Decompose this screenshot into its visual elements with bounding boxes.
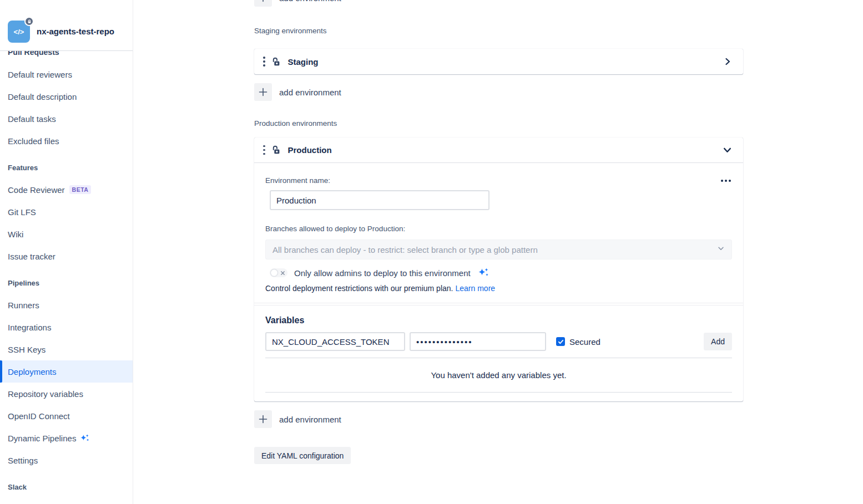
variable-name-input[interactable] (265, 332, 405, 351)
sidebar-item-git-lfs[interactable]: Git LFS (0, 201, 133, 223)
sidebar-item-default-reviewers[interactable]: Default reviewers (0, 63, 133, 85)
nav-group-pipelines: Pipelines Runners Integrations SSH Keys … (0, 272, 133, 471)
sidebar-item-deployments[interactable]: Deployments (0, 360, 133, 383)
production-environment-body: Environment name: Branches allowed to de… (254, 163, 743, 303)
add-environment-label: add environment (279, 88, 341, 97)
sparkles-icon (477, 267, 489, 278)
main-content: add environment Staging environments Sta… (133, 0, 863, 504)
branches-allowed-label: Branches allowed to deploy to Production… (265, 225, 732, 233)
production-environment-name: Production (288, 145, 332, 155)
admins-only-toggle-label: Only allow admins to deploy to this envi… (294, 268, 471, 278)
variables-section: Variables Secured Add You haven't added … (254, 306, 743, 401)
unlock-icon (271, 57, 281, 67)
branches-select-placeholder: All branches can deploy - to restrict: s… (272, 245, 538, 254)
staging-environments-label: Staging environments (254, 27, 743, 35)
sidebar-item-label: Code Reviewer (8, 185, 65, 195)
edit-yaml-button[interactable]: Edit YAML configuration (254, 447, 351, 464)
repo-name: nx-agents-test-repo (37, 21, 114, 43)
environment-name-input[interactable] (270, 190, 489, 210)
sidebar-item-ssh-keys[interactable]: SSH Keys (0, 338, 133, 360)
production-environment-card: Production Environment name: Branches al… (254, 138, 743, 401)
add-environment-button-staging[interactable]: add environment (254, 83, 341, 101)
sidebar: </> nx-agents-test-repo Pull Requests De… (0, 0, 133, 504)
private-lock-badge-icon (24, 17, 34, 26)
secured-checkbox[interactable] (556, 337, 565, 346)
sidebar-item-issue-tracker[interactable]: Issue tracker (0, 245, 133, 267)
sidebar-item-slack-settings[interactable]: Settings (0, 498, 133, 504)
drag-handle-icon[interactable] (260, 143, 269, 157)
chevron-down-icon[interactable] (723, 145, 732, 155)
sidebar-item-code-reviewer[interactable]: Code Reviewer BETA (0, 179, 133, 201)
sidebar-nav: Pull Requests Default reviewers Default … (0, 41, 133, 504)
divider (265, 392, 732, 393)
add-variable-button[interactable]: Add (704, 333, 732, 350)
divider (265, 358, 732, 358)
environment-name-label: Environment name: (265, 176, 330, 185)
sidebar-item-repository-variables[interactable]: Repository variables (0, 383, 133, 405)
plus-icon (254, 0, 272, 7)
sidebar-item-openid-connect[interactable]: OpenID Connect (0, 405, 133, 427)
repo-avatar[interactable]: </> (8, 21, 30, 43)
learn-more-link[interactable]: Learn more (455, 284, 495, 293)
unlock-icon (271, 145, 281, 155)
sidebar-item-integrations[interactable]: Integrations (0, 316, 133, 338)
drag-handle-icon[interactable] (260, 54, 269, 69)
variables-empty-text: You haven't added any variables yet. (265, 370, 732, 380)
nav-group-pull-requests: Pull Requests Default reviewers Default … (0, 41, 133, 152)
check-icon (558, 339, 564, 345)
nav-heading-features: Features (0, 156, 133, 179)
staging-environment-card: Staging (254, 49, 743, 74)
more-options-button[interactable] (720, 177, 732, 184)
plus-icon (254, 83, 272, 101)
nav-group-slack: Slack Settings (0, 476, 133, 504)
admins-only-toggle[interactable] (270, 268, 287, 277)
sidebar-item-runners[interactable]: Runners (0, 294, 133, 316)
nav-heading-slack: Slack (0, 476, 133, 498)
close-icon (280, 271, 285, 276)
add-environment-label: add environment (279, 0, 341, 3)
sidebar-item-excluded-files[interactable]: Excluded files (0, 130, 133, 152)
premium-plan-text: Control deployment restrictions with our… (265, 284, 453, 293)
sidebar-item-wiki[interactable]: Wiki (0, 223, 133, 245)
code-icon: </> (14, 28, 24, 36)
plus-icon (254, 410, 272, 428)
toggle-knob (271, 269, 277, 276)
production-environment-header[interactable]: Production (254, 138, 743, 163)
production-environments-label: Production environments (254, 119, 743, 128)
add-environment-button-production[interactable]: add environment (254, 410, 341, 428)
branches-select[interactable]: All branches can deploy - to restrict: s… (265, 240, 732, 259)
sidebar-item-label: Dynamic Pipelines (8, 434, 76, 443)
variables-heading: Variables (265, 315, 732, 325)
sidebar-item-default-description[interactable]: Default description (0, 85, 133, 108)
variable-value-input[interactable] (410, 332, 546, 351)
chevron-right-icon[interactable] (723, 57, 732, 66)
nav-group-features: Features Code Reviewer BETA Git LFS Wiki… (0, 156, 133, 267)
sidebar-item-dynamic-pipelines[interactable]: Dynamic Pipelines (0, 427, 133, 449)
nav-heading-pipelines: Pipelines (0, 272, 133, 294)
sparkles-icon (79, 434, 90, 443)
repo-header: </> nx-agents-test-repo (0, 0, 133, 51)
staging-environment-name: Staging (288, 57, 319, 67)
add-environment-button-test[interactable]: add environment (254, 0, 341, 7)
sidebar-item-default-tasks[interactable]: Default tasks (0, 108, 133, 130)
secured-checkbox-label: Secured (569, 337, 600, 347)
chevron-down-icon (717, 245, 725, 254)
staging-environment-header[interactable]: Staging (254, 49, 743, 74)
beta-badge: BETA (69, 185, 92, 194)
add-environment-label: add environment (279, 415, 341, 424)
sidebar-item-pipelines-settings[interactable]: Settings (0, 449, 133, 471)
